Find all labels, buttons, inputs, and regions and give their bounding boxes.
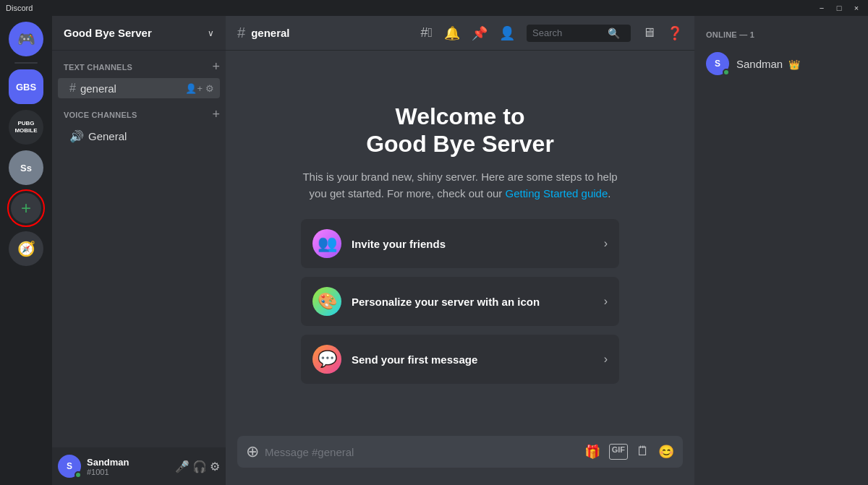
channel-item-general-voice[interactable]: 🔊 General bbox=[58, 126, 220, 147]
channel-hash-icon: # bbox=[237, 25, 245, 41]
attach-file-icon[interactable]: ⊕ bbox=[246, 442, 259, 461]
members-icon[interactable]: 👤 bbox=[499, 25, 515, 41]
action-cards: 👥 Invite your friends › 🎨 Personalize yo… bbox=[301, 219, 619, 384]
app-body: 🎮 GBS PUBG MOBILE Ss + 🧭 Good Bye Server… bbox=[0, 16, 868, 485]
maximize-button[interactable]: □ bbox=[833, 4, 845, 12]
user-settings-icon[interactable]: ⚙ bbox=[210, 460, 220, 473]
member-online-dot bbox=[723, 69, 730, 76]
username: Sandman bbox=[87, 457, 169, 468]
user-info: Sandman #1001 bbox=[87, 457, 169, 476]
mute-microphone-icon[interactable]: 🎤 bbox=[175, 460, 190, 473]
channel-sidebar: Good Bye Server ∨ TEXT CHANNELS + # gene… bbox=[52, 16, 226, 485]
server-header[interactable]: Good Bye Server ∨ bbox=[52, 16, 226, 51]
gif-icon[interactable]: GIF bbox=[609, 444, 628, 460]
welcome-container: Welcome to Good Bye Server This is your … bbox=[301, 103, 619, 385]
member-item-sandman[interactable]: S Sandman 👑 bbox=[700, 48, 862, 80]
chevron-down-icon: ∨ bbox=[208, 28, 214, 38]
voice-channels-label: VOICE CHANNELS bbox=[64, 111, 137, 119]
member-avatar-sandman: S bbox=[706, 52, 729, 75]
notification-bell-icon[interactable]: 🔔 bbox=[444, 25, 460, 41]
hash-icon: # bbox=[69, 82, 76, 95]
user-discriminator: #1001 bbox=[87, 468, 169, 476]
invite-friends-icon: 👥 bbox=[312, 229, 341, 258]
message-icon: 💬 bbox=[312, 345, 341, 374]
search-input[interactable] bbox=[532, 27, 605, 38]
main-chat-area: # general #⃣ 🔔 📌 👤 🔍 🖥 ❓ Welcome to bbox=[226, 16, 694, 485]
channel-actions-general: 👤+ ⚙ bbox=[185, 83, 214, 94]
compass-icon: 🧭 bbox=[17, 240, 35, 257]
chat-header: # general #⃣ 🔔 📌 👤 🔍 🖥 ❓ bbox=[226, 16, 694, 51]
server-icon-ss[interactable]: Ss bbox=[9, 150, 43, 185]
member-name-sandman: Sandman 👑 bbox=[736, 58, 800, 70]
search-icon: 🔍 bbox=[608, 27, 620, 39]
chat-header-actions: #⃣ 🔔 📌 👤 🔍 🖥 ❓ bbox=[420, 25, 683, 42]
avatar[interactable]: S bbox=[58, 455, 81, 478]
titlebar: Discord − □ × bbox=[0, 0, 868, 16]
user-controls: 🎤 🎧 ⚙ bbox=[175, 460, 220, 473]
invite-chevron-icon: › bbox=[604, 237, 608, 250]
home-server-icon[interactable]: 🎮 bbox=[9, 22, 43, 56]
add-voice-channel-icon[interactable]: + bbox=[212, 107, 220, 122]
personalize-icon: 🎨 bbox=[312, 287, 341, 316]
online-status-dot bbox=[75, 471, 82, 478]
server-icon-pubg[interactable]: PUBG MOBILE bbox=[9, 110, 43, 145]
help-icon[interactable]: ❓ bbox=[667, 25, 683, 41]
message-input[interactable] bbox=[265, 446, 579, 458]
speaker-icon: 🔊 bbox=[69, 129, 84, 143]
add-server-button[interactable]: + bbox=[9, 191, 43, 226]
message-input-area: ⊕ 🎁 GIF 🗒 😊 bbox=[226, 436, 694, 485]
getting-started-link[interactable]: Getting Started guide bbox=[506, 187, 608, 199]
personalize-chevron-icon: › bbox=[604, 295, 608, 308]
server-icon-gbs[interactable]: GBS bbox=[9, 69, 43, 104]
pin-icon[interactable]: 📌 bbox=[472, 25, 488, 41]
invite-friends-label: Invite your friends bbox=[352, 238, 594, 250]
user-invite-icon[interactable]: 👤+ bbox=[185, 83, 203, 94]
plus-icon: + bbox=[21, 198, 31, 218]
sticker-icon[interactable]: 🗒 bbox=[637, 444, 650, 460]
personalize-label: Personalize your server with an icon bbox=[352, 296, 594, 308]
explore-servers-button[interactable]: 🧭 bbox=[9, 231, 43, 266]
deafen-headphones-icon[interactable]: 🎧 bbox=[192, 460, 207, 473]
channel-name-general: general bbox=[80, 82, 182, 95]
add-text-channel-icon[interactable]: + bbox=[212, 59, 220, 74]
text-channels-label: TEXT CHANNELS bbox=[64, 63, 132, 72]
message-input-box: ⊕ 🎁 GIF 🗒 😊 bbox=[237, 436, 683, 468]
settings-icon[interactable]: ⚙ bbox=[205, 83, 214, 94]
voice-channels-category[interactable]: VOICE CHANNELS + bbox=[52, 104, 226, 125]
server-separator bbox=[14, 62, 38, 64]
members-sidebar: ONLINE — 1 S Sandman 👑 bbox=[694, 16, 868, 485]
invite-friends-card[interactable]: 👥 Invite your friends › bbox=[301, 219, 619, 268]
welcome-title: Welcome to Good Bye Server bbox=[301, 103, 619, 158]
send-message-label: Send your first message bbox=[352, 353, 594, 366]
send-first-message-card[interactable]: 💬 Send your first message › bbox=[301, 335, 619, 384]
channel-item-general[interactable]: # general 👤+ ⚙ bbox=[58, 78, 220, 98]
chat-channel-name: general bbox=[251, 27, 414, 39]
search-box[interactable]: 🔍 bbox=[527, 25, 631, 42]
personalize-server-card[interactable]: 🎨 Personalize your server with an icon › bbox=[301, 277, 619, 326]
user-area: S Sandman #1001 🎤 🎧 ⚙ bbox=[52, 447, 226, 485]
crown-icon: 👑 bbox=[788, 59, 800, 70]
gift-icon[interactable]: 🎁 bbox=[584, 444, 600, 460]
message-chevron-icon: › bbox=[604, 353, 608, 366]
emoji-icon[interactable]: 😊 bbox=[658, 444, 674, 460]
server-name: Good Bye Server bbox=[64, 27, 152, 39]
app-title: Discord bbox=[6, 4, 33, 12]
inbox-icon[interactable]: 🖥 bbox=[642, 25, 655, 40]
channel-name-voice-general: General bbox=[88, 130, 214, 142]
chat-content: Welcome to Good Bye Server This is your … bbox=[226, 51, 694, 436]
window-controls: − □ × bbox=[816, 4, 862, 12]
threads-icon[interactable]: #⃣ bbox=[420, 25, 433, 40]
online-members-label: ONLINE — 1 bbox=[700, 27, 862, 42]
welcome-description: This is your brand new, shiny server. He… bbox=[301, 169, 619, 202]
close-button[interactable]: × bbox=[851, 4, 862, 12]
text-channels-category[interactable]: TEXT CHANNELS + bbox=[52, 56, 226, 77]
server-list: 🎮 GBS PUBG MOBILE Ss + 🧭 bbox=[0, 16, 52, 485]
channel-list: TEXT CHANNELS + # general 👤+ ⚙ VOICE CHA… bbox=[52, 51, 226, 447]
minimize-button[interactable]: − bbox=[816, 4, 827, 12]
message-input-actions: 🎁 GIF 🗒 😊 bbox=[584, 444, 674, 460]
